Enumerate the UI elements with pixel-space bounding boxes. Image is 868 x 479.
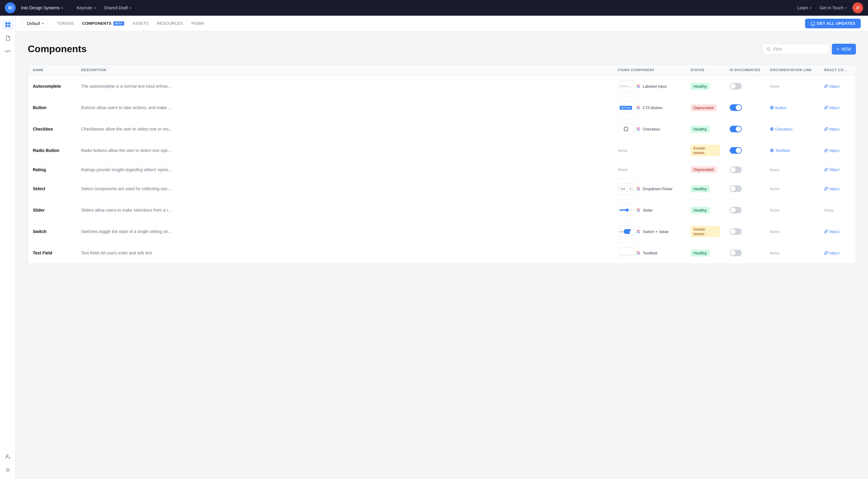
cell-react: https:/ [819, 118, 856, 140]
cell-figma: On Switch + Value [613, 221, 686, 242]
documented-toggle[interactable] [730, 228, 742, 235]
table-row: Switch Switches toggle the state of a si… [28, 221, 856, 242]
figma-icon [636, 187, 641, 191]
svg-point-40 [637, 211, 638, 212]
svg-point-12 [637, 85, 638, 86]
cell-figma: None [613, 161, 686, 178]
react-link[interactable]: https:/ [824, 84, 851, 89]
doc-link-none: None [770, 251, 779, 255]
cell-name: Radio Button [28, 140, 76, 161]
status-badge: Healthy [690, 126, 710, 132]
documented-toggle[interactable] [730, 185, 742, 192]
shared-draft-nav-item[interactable]: Shared Draft ▾ [101, 4, 134, 12]
page-title: Components [28, 43, 87, 55]
svg-point-18 [639, 106, 640, 107]
cell-status: Deprecated [686, 161, 725, 178]
cell-is-documented [725, 76, 765, 97]
documented-toggle[interactable] [730, 126, 742, 132]
react-link[interactable]: https:/ [824, 106, 851, 110]
svg-point-37 [638, 210, 639, 211]
cell-name: Button [28, 97, 76, 118]
table-row: Slider Sliders allow users to make selec… [28, 200, 856, 221]
cell-doc-link: None [765, 178, 819, 200]
tab-assets[interactable]: ASSETS [129, 19, 153, 27]
cell-name: Slider [28, 200, 76, 221]
col-header-figma: FIGMA COMPONENT [613, 64, 686, 76]
get-all-updates-button[interactable]: GET ALL UPDATES [805, 19, 861, 28]
sidebar-item-settings[interactable] [2, 465, 13, 475]
sidebar-item-document[interactable] [2, 33, 13, 43]
doc-link-none: None [770, 168, 779, 172]
status-badge: Deprecated [690, 166, 717, 173]
doc-link-none: None [770, 84, 779, 89]
doc-link-none: None [770, 208, 779, 212]
svg-point-8 [7, 469, 9, 471]
cell-is-documented [725, 242, 765, 264]
cell-figma: Labeled Input [613, 76, 686, 97]
figma-cell: None [618, 148, 681, 153]
react-link[interactable]: https:/ [824, 127, 851, 131]
tab-components[interactable]: COMPONENTS BETA [79, 19, 128, 27]
doc-link[interactable]: Textfield [770, 148, 815, 153]
react-link[interactable]: https:/ [824, 167, 851, 172]
figma-cell: Text▾ Dropdown Picker [618, 183, 681, 194]
figma-component-name: Slider [643, 208, 653, 212]
cell-is-documented [725, 97, 765, 118]
brand-selector[interactable]: Into Design Systems ▾ [18, 4, 66, 12]
documented-toggle[interactable] [730, 207, 742, 213]
svg-rect-2 [5, 25, 7, 27]
shared-draft-chevron-icon: ▾ [130, 6, 131, 10]
react-link[interactable]: https:/ [824, 230, 851, 234]
sidebar-item-add-user[interactable] [2, 451, 13, 462]
cell-status: Known issues [686, 221, 725, 242]
documented-toggle[interactable] [730, 104, 742, 111]
cell-description: The autocomplete is a normal text input … [76, 76, 613, 97]
svg-point-38 [637, 209, 638, 210]
col-header-description: DESCRIPTION [76, 64, 613, 76]
user-avatar[interactable]: JT [852, 2, 863, 13]
documented-toggle[interactable] [730, 249, 742, 256]
react-link[interactable]: https:/ [824, 187, 851, 191]
react-link[interactable]: https:/ [824, 148, 851, 153]
figma-preview [618, 123, 634, 135]
globe-icon [770, 149, 774, 152]
cell-react: https:/ [819, 161, 856, 178]
keynote-nav-item[interactable]: Keynote ▾ [73, 4, 98, 12]
svg-point-33 [637, 187, 638, 188]
get-in-touch-nav-item[interactable]: Get In Touch ▾ [817, 4, 850, 12]
svg-point-35 [637, 189, 638, 190]
cell-react: https:/ [819, 76, 856, 97]
workspace-selector[interactable]: Default ▾ [23, 19, 47, 28]
sidebar-item-code[interactable] [2, 46, 13, 57]
filter-input-container[interactable]: Filter [763, 44, 829, 54]
doc-link[interactable]: Checkbox [770, 127, 815, 131]
main-content: Components Filter + NEW NAME DESCRIPTION… [16, 31, 868, 479]
documented-toggle[interactable] [730, 167, 742, 173]
documented-toggle[interactable] [730, 147, 742, 154]
new-button[interactable]: + NEW [832, 44, 856, 55]
left-sidebar [0, 16, 16, 479]
doc-link[interactable]: Button [770, 106, 815, 110]
figma-icon [636, 84, 641, 88]
tab-resources[interactable]: RESOURCES [153, 19, 187, 27]
react-link[interactable]: https:/ [824, 251, 851, 255]
link-icon [824, 106, 828, 110]
status-badge: Known issues [690, 226, 720, 237]
svg-point-41 [639, 211, 640, 212]
tab-figma[interactable]: FIGMA [188, 19, 208, 27]
sidebar-item-grid[interactable] [2, 19, 13, 30]
status-badge: Known issues [690, 145, 720, 156]
svg-point-49 [639, 251, 640, 252]
table-row: Rating Ratings provide insight regarding… [28, 161, 856, 178]
cell-name: Select [28, 178, 76, 200]
svg-point-47 [638, 252, 639, 253]
tab-tokens[interactable]: TOKENS [53, 19, 78, 27]
logo-icon[interactable]: ID [5, 2, 16, 13]
svg-point-42 [638, 231, 639, 232]
learn-nav-item[interactable]: Learn ▾ [794, 4, 814, 12]
table-row: Checkbox Checkboxes allow the user to se… [28, 118, 856, 140]
cell-status: Healthy [686, 76, 725, 97]
svg-point-50 [637, 253, 638, 255]
cell-description: Sliders allow users to make selections f… [76, 200, 613, 221]
documented-toggle[interactable] [730, 83, 742, 90]
